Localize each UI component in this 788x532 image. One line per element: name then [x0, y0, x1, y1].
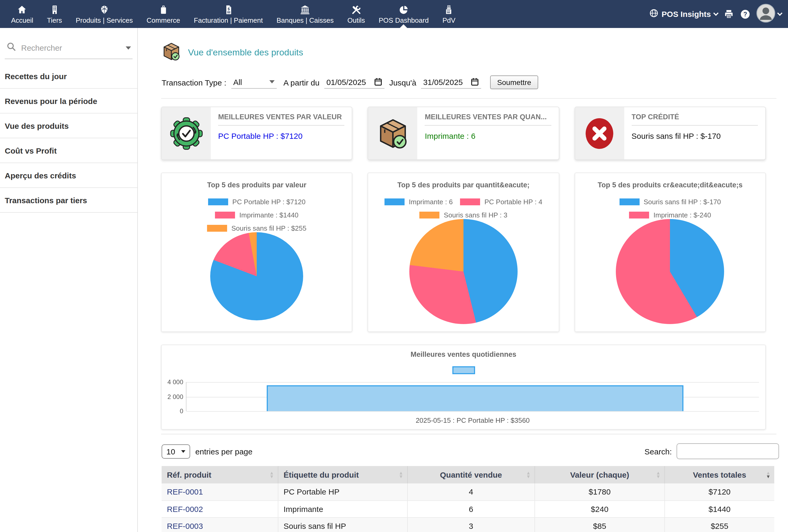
- pie-chart-by-value: [210, 232, 303, 320]
- qty-cell: 4: [407, 484, 535, 500]
- sort-icon: ▲▼: [656, 471, 661, 478]
- column-header-label[interactable]: Étiquette du produit▲▼: [278, 466, 408, 484]
- product-ref-link[interactable]: REF-0001: [167, 487, 203, 496]
- help-icon[interactable]: ?: [740, 9, 750, 19]
- page-size-select[interactable]: 10: [162, 444, 190, 458]
- sidebar-item-revenus-periode[interactable]: Revenus pour la période: [0, 89, 137, 114]
- svg-text:$: $: [228, 6, 230, 11]
- product-ref-link[interactable]: REF-0003: [167, 521, 203, 530]
- brand-label: POS Insights: [662, 9, 711, 19]
- product-label-cell: PC Portable HP: [278, 484, 408, 500]
- legend-swatch: [385, 199, 405, 205]
- column-header-unit-value[interactable]: Valeur (chaque)▲▼: [535, 466, 665, 484]
- divider: [631, 125, 758, 126]
- table-controls: 10 entries per page Search:: [162, 443, 779, 459]
- calendar-icon[interactable]: [471, 78, 479, 86]
- transaction-type-select[interactable]: All: [231, 76, 276, 88]
- date-from-input[interactable]: [327, 77, 370, 86]
- pie-charts-row: Top 5 des produits par valeur PC Portabl…: [138, 160, 788, 332]
- bar-x-label: 2025-05-15 : PC Portable HP : $3560: [186, 416, 759, 424]
- nav-label: Facturation | Paiement: [194, 16, 263, 24]
- date-from-field: [324, 76, 385, 88]
- nav-item-facturation-paiement[interactable]: $ Facturation | Paiement: [187, 0, 270, 28]
- bar-plot-area: 4 000 2 000 0 2025-05-15 : PC Portable H…: [186, 382, 759, 411]
- bar: [267, 385, 684, 411]
- nav-item-pos-dashboard[interactable]: POS Dashboard: [372, 0, 435, 28]
- page-title: Vue d'ensemble des produits: [188, 47, 303, 58]
- nav-item-produits-services[interactable]: Produits | Services: [69, 0, 140, 28]
- home-icon: [17, 4, 27, 15]
- legend-item: Souris sans fil HP : 3: [420, 211, 508, 219]
- stat-cards-row: MEILLEURES VENTES PAR VALEUR PC Portable…: [138, 99, 788, 160]
- sidebar-search: [5, 39, 133, 59]
- user-menu[interactable]: [756, 3, 782, 24]
- sort-icon: ▲▼: [526, 471, 531, 478]
- stat-card-title: MEILLEURES VENTES PAR QUAN...: [425, 113, 551, 121]
- column-header-ref[interactable]: Réf. produit▲▼: [162, 466, 278, 484]
- page-size-value: 10: [166, 447, 175, 456]
- page-title-row: Vue d'ensemble des produits: [138, 28, 788, 63]
- unit-value-cell: $240: [535, 500, 665, 517]
- charts-separator: [161, 434, 776, 434]
- legend-label: PC Portable HP : 4: [484, 198, 542, 206]
- bar-legend-swatch: [452, 366, 475, 374]
- date-to-field: [421, 76, 481, 88]
- building-icon: [50, 4, 59, 15]
- svg-text:?: ?: [743, 11, 747, 17]
- unit-value-cell: $85: [535, 517, 665, 532]
- gridline: [186, 411, 759, 412]
- table-header-row: Réf. produit▲▼ Étiquette du produit▲▼ Qu…: [162, 466, 774, 484]
- invoice-icon: $: [223, 4, 233, 15]
- table-search-input[interactable]: [676, 443, 779, 459]
- stat-card-best-quantity: MEILLEURES VENTES PAR QUAN... Imprimante…: [368, 107, 559, 160]
- legend-swatch: [207, 225, 227, 232]
- date-to-input[interactable]: [423, 77, 466, 86]
- legend-swatch: [215, 212, 235, 219]
- chevron-down-icon: [713, 11, 718, 16]
- sidebar-item-apercu-des-credits[interactable]: Aperçu des crédits: [0, 163, 137, 188]
- globe-icon: [649, 8, 658, 20]
- column-header-qty[interactable]: Quantité vendue▲▼: [407, 466, 535, 484]
- sidebar-item-recettes-du-jour[interactable]: Recettes du jour: [0, 64, 137, 89]
- print-icon[interactable]: [724, 9, 734, 19]
- legend-item: PC Portable HP : 4: [460, 198, 542, 206]
- stat-card-top-credited: TOP CRÉDITÉ Souris sans fil HP : $-170: [574, 107, 766, 160]
- sort-icon: ▲▼: [398, 471, 403, 478]
- nav-item-commerce[interactable]: Commerce: [140, 0, 187, 28]
- calendar-icon[interactable]: [374, 78, 382, 86]
- total-sales-cell: $255: [665, 517, 774, 532]
- date-from-label: A partir du: [283, 78, 319, 87]
- nav-item-banques-caisses[interactable]: Banques | Caisses: [270, 0, 340, 28]
- nav-label: Produits | Services: [76, 16, 133, 24]
- sidebar-item-transactions-par-tiers[interactable]: Transactions par tiers: [0, 188, 137, 213]
- product-ref-link[interactable]: REF-0002: [167, 504, 203, 513]
- chart-legend: PC Portable HP : $7120 Imprimante : $144…: [167, 198, 347, 232]
- main-content: Vue d'ensemble des produits Transaction …: [138, 28, 788, 532]
- nav-item-tiers[interactable]: Tiers: [40, 0, 69, 28]
- stat-card-body: MEILLEURES VENTES PAR QUAN... Imprimante…: [417, 107, 559, 159]
- nav-label: Commerce: [146, 16, 180, 24]
- table-row: REF-0002 Imprimante 6 $240 $1440: [162, 500, 774, 517]
- total-sales-cell: $7120: [665, 484, 774, 500]
- nav-item-pdv[interactable]: PdV: [435, 0, 462, 28]
- sidebar-search-input[interactable]: [21, 43, 121, 52]
- package-box-icon: [162, 42, 181, 63]
- legend-item: Imprimante : 6: [385, 198, 453, 206]
- column-header-total-sales[interactable]: Ventes totales▲▼: [665, 466, 774, 484]
- sidebar-item-cout-vs-profit[interactable]: Coût vs Profit: [0, 138, 137, 163]
- filter-row: Transaction Type : All A partir du Jusqu…: [162, 76, 788, 89]
- submit-button[interactable]: Soumettre: [490, 76, 538, 89]
- pos-insights-menu[interactable]: POS Insights: [649, 8, 718, 20]
- sidebar-item-vue-des-produits[interactable]: Vue des produits: [0, 114, 137, 138]
- pie-card-by-quantity: Top 5 des produits par quantit&eacute; I…: [368, 172, 559, 332]
- legend-swatch: [420, 212, 440, 219]
- nav-item-accueil[interactable]: Accueil: [4, 0, 40, 28]
- pie-chart-credited: [616, 219, 724, 324]
- legend-swatch: [460, 199, 480, 205]
- caret-down-icon[interactable]: [126, 46, 131, 49]
- total-sales-cell: $1440: [665, 500, 774, 517]
- nav-item-outils[interactable]: Outils: [341, 0, 372, 28]
- stat-card-value: Imprimante : 6: [425, 131, 551, 140]
- legend-item: Imprimante : $1440: [215, 211, 298, 219]
- legend-label: Imprimante : $1440: [239, 211, 298, 219]
